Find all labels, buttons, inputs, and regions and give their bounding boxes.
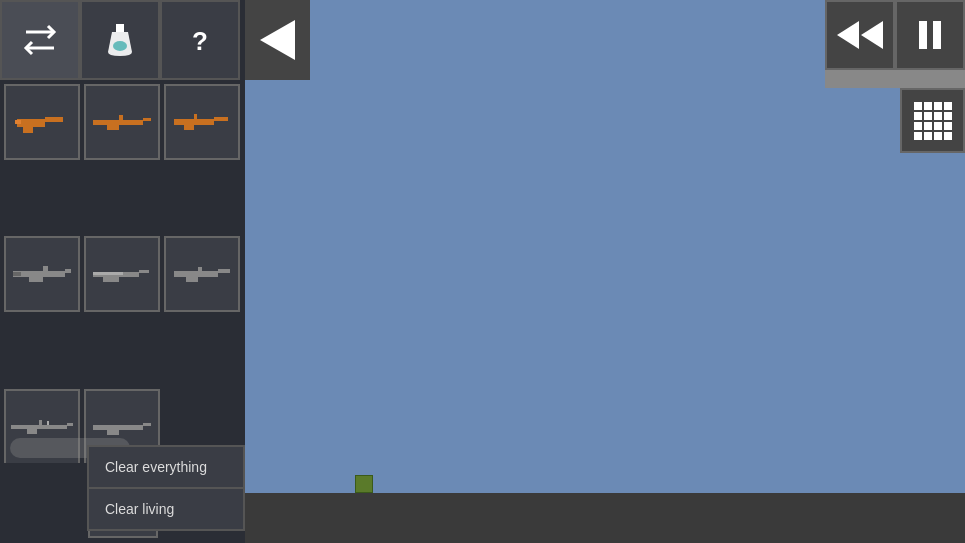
lmg-icon: [93, 416, 151, 438]
svg-rect-7: [93, 120, 143, 125]
clear-living-button[interactable]: Clear living: [88, 488, 244, 530]
speed-bar: [825, 70, 965, 88]
svg-rect-29: [67, 423, 73, 426]
svg-rect-10: [119, 115, 123, 120]
back-button[interactable]: [245, 0, 310, 80]
top-right-controls: [825, 0, 965, 70]
smg-icon: [174, 111, 230, 133]
grid-toggle-button[interactable]: [900, 88, 965, 153]
shotgun-icon: [93, 263, 151, 285]
svg-rect-33: [93, 425, 143, 430]
svg-rect-26: [186, 277, 198, 282]
back-arrow-icon: [260, 20, 295, 60]
grid-icon: [914, 102, 952, 140]
svg-rect-21: [139, 270, 149, 273]
svg-rect-32: [47, 421, 49, 425]
svg-rect-23: [93, 272, 123, 275]
svg-rect-14: [194, 114, 197, 119]
clear-everything-button[interactable]: Clear everything: [88, 446, 244, 488]
svg-rect-27: [198, 267, 202, 271]
help-button[interactable]: ?: [160, 0, 240, 80]
svg-rect-6: [15, 120, 21, 124]
weapon-cell-1[interactable]: [4, 84, 80, 160]
svg-rect-17: [29, 277, 43, 282]
weapon-cell-6[interactable]: [164, 236, 240, 312]
svg-text:?: ?: [192, 26, 208, 56]
svg-rect-9: [107, 125, 119, 130]
rewind-icon: [837, 21, 883, 49]
pause-icon: [919, 21, 941, 49]
svg-rect-18: [43, 266, 48, 271]
ground: [245, 493, 965, 543]
sniper-icon: [11, 416, 73, 438]
svg-rect-11: [174, 119, 214, 125]
pistol-icon: [15, 111, 69, 133]
potion-button[interactable]: [80, 0, 160, 80]
svg-rect-8: [143, 118, 151, 121]
svg-rect-4: [45, 117, 63, 122]
svg-rect-25: [218, 269, 230, 273]
svg-rect-34: [143, 423, 151, 426]
svg-rect-12: [214, 117, 228, 121]
svg-point-1: [113, 41, 127, 51]
question-icon: ?: [182, 22, 218, 58]
svg-rect-22: [103, 277, 119, 282]
svg-rect-16: [65, 269, 71, 273]
context-menu: Clear everything Clear living: [87, 445, 245, 531]
rewind-button[interactable]: [825, 0, 895, 70]
weapon-cell-4[interactable]: [4, 236, 80, 312]
svg-rect-0: [116, 24, 124, 32]
pause-button[interactable]: [895, 0, 965, 70]
svg-rect-28: [11, 425, 67, 429]
swap-button[interactable]: [0, 0, 80, 80]
svg-rect-19: [13, 272, 21, 276]
svg-rect-31: [39, 420, 42, 425]
speed-bar-container: [825, 70, 965, 88]
svg-rect-30: [27, 429, 37, 434]
svg-rect-35: [107, 430, 119, 435]
swap-icon: [22, 22, 58, 58]
player-object: [355, 475, 373, 493]
weapon-cell-5[interactable]: [84, 236, 160, 312]
assault-icon: [174, 263, 230, 285]
potion-icon: [104, 22, 136, 58]
toolbar: ?: [0, 0, 245, 80]
mg-icon: [13, 263, 71, 285]
weapon-cell-2[interactable]: [84, 84, 160, 160]
svg-rect-5: [23, 127, 33, 133]
weapon-cell-3[interactable]: [164, 84, 240, 160]
rifle-icon: [93, 111, 151, 133]
svg-rect-13: [184, 125, 194, 130]
svg-rect-24: [174, 271, 218, 277]
svg-rect-3: [17, 119, 45, 127]
